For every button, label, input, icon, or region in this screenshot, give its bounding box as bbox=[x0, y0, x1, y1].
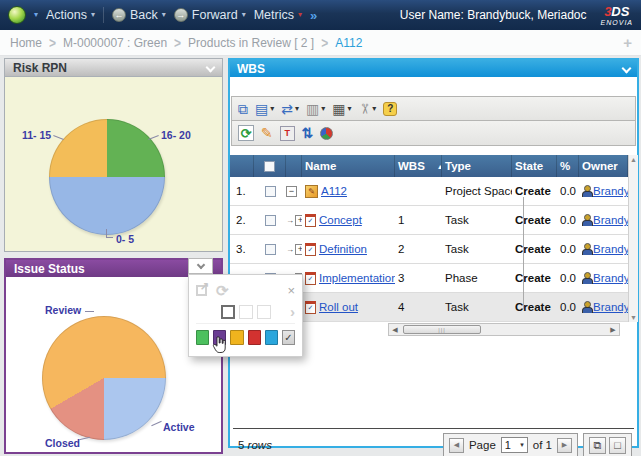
chart-style-option[interactable] bbox=[239, 305, 253, 319]
horizontal-scrollbar[interactable]: ◀ ||| ▶ bbox=[388, 323, 620, 336]
forward-button[interactable]: → Forward ▾ bbox=[174, 8, 246, 22]
chart-view-icon[interactable] bbox=[320, 127, 333, 140]
breadcrumb-home[interactable]: Home bbox=[10, 36, 42, 50]
name-link[interactable]: Implementation bbox=[319, 272, 395, 284]
collapse-chevron-icon[interactable] bbox=[622, 64, 632, 74]
export-icon[interactable]: ↗ bbox=[196, 285, 207, 296]
tearoff-window-icon[interactable]: ⧉ bbox=[589, 437, 606, 454]
open-window-icon[interactable]: ⧉ bbox=[238, 102, 248, 116]
leader-line bbox=[148, 135, 159, 140]
forward-caret-icon[interactable]: ▾ bbox=[242, 11, 246, 19]
project-icon: ✎ bbox=[305, 185, 318, 198]
chevron-down-icon bbox=[196, 260, 204, 268]
person-icon bbox=[582, 214, 591, 226]
row-number: 1. bbox=[230, 185, 254, 197]
header-pct[interactable]: % bbox=[557, 155, 579, 177]
promote-button[interactable]: T bbox=[280, 126, 295, 141]
table-row[interactable]: 1. − ✎A112 Project Space Create 0.0 Bran… bbox=[230, 177, 628, 206]
expand-node-icon[interactable]: + bbox=[295, 244, 302, 255]
transfer-menu-button[interactable]: ⇄▾ bbox=[281, 102, 299, 116]
footer-divider bbox=[233, 428, 634, 429]
help-icon[interactable]: ? bbox=[383, 102, 397, 116]
vertical-scrollbar[interactable]: ▲ ▼ bbox=[628, 155, 638, 322]
page-select[interactable]: 1▾ bbox=[501, 437, 528, 453]
view-menu-button[interactable]: ▦▾ bbox=[332, 102, 351, 116]
color-swatch-green[interactable] bbox=[196, 330, 209, 345]
more-tools-icon[interactable]: » bbox=[310, 8, 317, 23]
scroll-down-icon[interactable]: ▼ bbox=[630, 314, 637, 321]
table-row[interactable]: 3. →+ ✓Definition 2 Task Create 0.0 Bran… bbox=[230, 235, 628, 264]
owner-link[interactable]: Brandy bbox=[593, 214, 628, 226]
breadcrumb-current[interactable]: A112 bbox=[335, 36, 362, 50]
breadcrumb-sep-icon: > bbox=[321, 34, 328, 51]
header-owner[interactable]: Owner bbox=[579, 155, 628, 177]
color-swatch-blue[interactable] bbox=[265, 330, 278, 345]
issue-panel-chevron-button[interactable] bbox=[188, 258, 213, 274]
back-button[interactable]: ← Back ▾ bbox=[112, 8, 166, 22]
owner-link[interactable]: Brandy bbox=[593, 243, 628, 255]
close-icon[interactable]: × bbox=[287, 283, 295, 298]
row-number: 3. bbox=[230, 243, 254, 255]
metrics-menu[interactable]: Metrics ▾ bbox=[254, 8, 302, 22]
scroll-left-icon[interactable]: ◀ bbox=[389, 326, 401, 334]
scroll-up-icon[interactable]: ▲ bbox=[630, 156, 637, 163]
owner-link[interactable]: Brandy bbox=[593, 301, 628, 313]
header-type[interactable]: Type bbox=[442, 155, 512, 177]
breadcrumb-project[interactable]: M-0000007 : Green bbox=[63, 36, 167, 50]
scrollbar-thumb[interactable]: ||| bbox=[403, 325, 481, 334]
leader-line bbox=[79, 437, 90, 440]
breadcrumb-products[interactable]: Products in Review [ 2 ] bbox=[188, 36, 314, 50]
pagination: ◀ Page 1▾ of 1 ▶ ⧉ □ bbox=[443, 433, 632, 456]
row-checkbox[interactable] bbox=[265, 244, 276, 255]
minimize-window-icon[interactable]: □ bbox=[609, 437, 626, 454]
select-all-checkbox[interactable] bbox=[264, 161, 275, 172]
refresh-button[interactable]: ⟳ bbox=[238, 125, 254, 141]
name-link[interactable]: A112 bbox=[321, 185, 347, 197]
wbs-title: WBS bbox=[237, 62, 265, 76]
next-page-button[interactable]: ▶ bbox=[557, 438, 572, 453]
edit-button[interactable]: ✎ bbox=[261, 126, 273, 140]
collapse-chevron-icon[interactable] bbox=[206, 63, 216, 73]
row-checkbox[interactable] bbox=[265, 186, 276, 197]
name-link[interactable]: Concept bbox=[319, 214, 362, 226]
print-menu-button[interactable]: ▥▾ bbox=[306, 102, 325, 116]
person-icon bbox=[582, 243, 591, 255]
chart-style-option-selected[interactable] bbox=[221, 305, 235, 319]
more-styles-icon[interactable]: › bbox=[290, 303, 295, 320]
header-state[interactable]: State bbox=[512, 155, 557, 177]
task-icon: ✓ bbox=[305, 243, 316, 256]
header-rownum bbox=[230, 155, 254, 177]
color-swatch-yellow[interactable] bbox=[230, 330, 243, 345]
chart-style-option[interactable] bbox=[257, 305, 271, 319]
refresh-chart-icon[interactable]: ⟳ bbox=[216, 283, 229, 298]
collapse-node-icon[interactable]: − bbox=[286, 186, 297, 197]
actions-caret-icon: ▾ bbox=[91, 11, 95, 19]
tools-menu-button[interactable]: ✂▾ bbox=[359, 102, 377, 116]
table-row[interactable]: 2. →+ ✓Concept 1 Task Create 0.0 Brandy bbox=[230, 206, 628, 235]
toolbar-row-1: ⧉ ▤▾ ⇄▾ ▥▾ ▦▾ ✂▾ ? bbox=[231, 96, 636, 121]
compass-icon[interactable] bbox=[8, 6, 26, 24]
header-wbs[interactable]: WBS▲ bbox=[395, 155, 442, 177]
metrics-caret-icon[interactable]: ▾ bbox=[298, 11, 302, 19]
add-tab-icon[interactable]: + bbox=[623, 34, 632, 51]
compass-caret-icon[interactable]: ▾ bbox=[34, 11, 38, 19]
actions-menu[interactable]: Actions ▾ bbox=[46, 8, 95, 22]
owner-link[interactable]: Brandy bbox=[593, 272, 628, 284]
color-swatch-red[interactable] bbox=[248, 330, 261, 345]
apply-check-icon[interactable]: ✓ bbox=[282, 330, 295, 345]
row-checkbox[interactable] bbox=[265, 215, 276, 226]
pie-label: Review bbox=[45, 304, 81, 316]
expand-node-icon[interactable]: + bbox=[295, 215, 302, 226]
sort-button[interactable]: ⇅ bbox=[302, 126, 314, 140]
back-caret-icon[interactable]: ▾ bbox=[162, 11, 166, 19]
wbs-number: 3 bbox=[395, 272, 442, 284]
person-icon bbox=[582, 185, 591, 197]
scroll-right-icon[interactable]: ▶ bbox=[607, 326, 619, 334]
pct-value: 0.0 bbox=[557, 243, 579, 255]
copy-menu-button[interactable]: ▤▾ bbox=[255, 102, 274, 116]
header-name[interactable]: Name bbox=[302, 155, 395, 177]
owner-link[interactable]: Brandy bbox=[593, 185, 628, 197]
name-link[interactable]: Roll out bbox=[319, 301, 358, 313]
name-link[interactable]: Definition bbox=[319, 243, 367, 255]
prev-page-button[interactable]: ◀ bbox=[449, 438, 464, 453]
